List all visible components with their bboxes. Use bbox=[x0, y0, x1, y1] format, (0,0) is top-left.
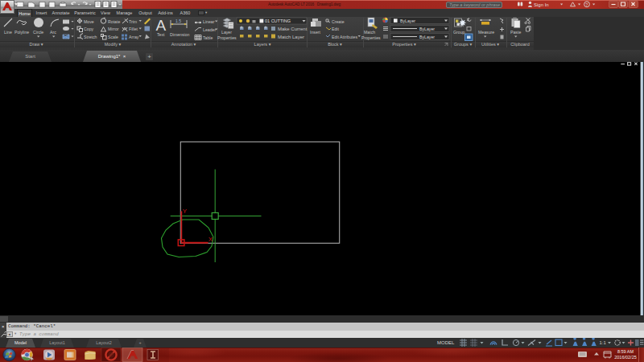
svg-text:Line: Line bbox=[4, 30, 12, 35]
svg-text:Layer: Layer bbox=[221, 30, 232, 35]
svg-text:ByLayer: ByLayer bbox=[400, 19, 415, 23]
svg-text:ByLayer: ByLayer bbox=[419, 35, 435, 39]
svg-text:Make Current: Make Current bbox=[278, 27, 308, 31]
svg-text:Match: Match bbox=[364, 30, 375, 35]
svg-text:Arc: Arc bbox=[50, 30, 56, 35]
svg-text:Array: Array bbox=[129, 35, 139, 39]
svg-text:A: A bbox=[156, 17, 167, 34]
svg-text:Insert: Insert bbox=[310, 30, 321, 35]
svg-text:Fillet: Fillet bbox=[129, 27, 138, 31]
svg-text:?: ? bbox=[585, 2, 588, 7]
svg-text:Scale: Scale bbox=[108, 35, 118, 39]
svg-text:Move: Move bbox=[84, 19, 94, 24]
svg-text:Group: Group bbox=[453, 30, 465, 35]
svg-text:Stretch: Stretch bbox=[84, 35, 97, 39]
svg-text:Sign In: Sign In bbox=[534, 2, 549, 7]
svg-text:Leader: Leader bbox=[203, 27, 216, 32]
svg-text:Paste: Paste bbox=[510, 30, 521, 35]
svg-text:Match Layer: Match Layer bbox=[278, 35, 304, 39]
svg-text:Table: Table bbox=[203, 35, 213, 40]
svg-text:Edit: Edit bbox=[332, 27, 339, 31]
svg-text:Properties: Properties bbox=[217, 35, 237, 40]
svg-text:1.5: 1.5 bbox=[175, 19, 181, 23]
svg-text:Circle: Circle bbox=[33, 30, 43, 35]
svg-text:Dimension: Dimension bbox=[170, 32, 190, 37]
svg-text:1:1: 1:1 bbox=[600, 340, 607, 345]
svg-text:ByLayer: ByLayer bbox=[419, 27, 435, 31]
svg-text:Edit Attributes: Edit Attributes bbox=[332, 35, 357, 39]
svg-text:Polyline: Polyline bbox=[14, 30, 29, 35]
svg-text:Properties: Properties bbox=[361, 35, 381, 40]
svg-text:Create: Create bbox=[332, 19, 345, 24]
svg-text:Y: Y bbox=[183, 208, 188, 215]
svg-text:01 CUTTING: 01 CUTTING bbox=[265, 19, 291, 23]
svg-text:Measure: Measure bbox=[478, 30, 494, 35]
svg-text:Rotate: Rotate bbox=[108, 19, 120, 24]
svg-text:X: X bbox=[208, 236, 213, 243]
svg-text:Text: Text bbox=[157, 32, 165, 37]
svg-text:Linear: Linear bbox=[203, 19, 215, 24]
svg-text:Mirror: Mirror bbox=[108, 27, 119, 31]
svg-text:Trim: Trim bbox=[129, 19, 137, 24]
svg-text:Copy: Copy bbox=[84, 27, 94, 31]
